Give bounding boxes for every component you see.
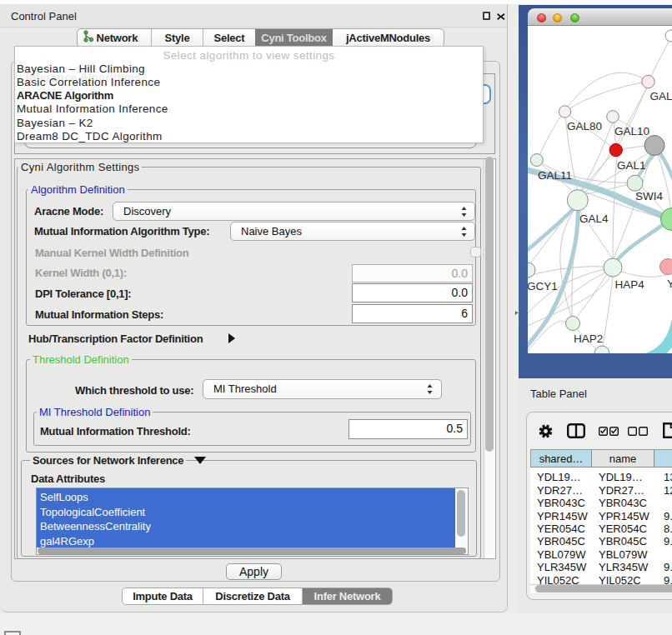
svg-text:GCY1: GCY1 — [528, 280, 558, 292]
svg-text:SWI4: SWI4 — [635, 190, 663, 202]
svg-text:GAL1: GAL1 — [617, 159, 646, 172]
svg-text:GAL11: GAL11 — [538, 169, 572, 182]
svg-text:Y: Y — [667, 278, 672, 290]
svg-text:GAL80: GAL80 — [567, 120, 602, 132]
svg-text:GAL10: GAL10 — [614, 125, 649, 138]
svg-text:HAP2: HAP2 — [574, 332, 603, 345]
svg-text:HAP4: HAP4 — [615, 278, 645, 291]
svg-text:GAL2: GAL2 — [650, 90, 672, 102]
svg-text:GAL4: GAL4 — [579, 212, 609, 225]
